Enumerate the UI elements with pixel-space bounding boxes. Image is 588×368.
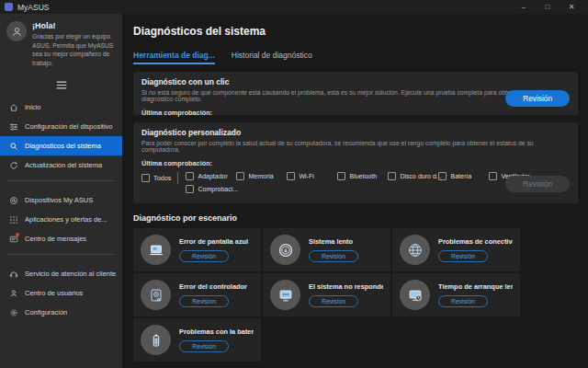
scenario-card: Sistema lento Revisión [263,228,390,271]
sidebar-item-configuracion-dispositivo[interactable]: Configuración del dispositivo [0,117,122,136]
myasus-logo-icon [5,3,13,11]
menu-toggle-button[interactable] [0,67,122,94]
checkbox-box[interactable] [287,172,295,180]
person-icon [11,26,23,38]
one-click-review-button[interactable]: Revisión [505,90,570,107]
custom-description: Para poder conocer por completo la salud… [141,140,570,153]
settings-icon [8,307,18,317]
checkbox-box[interactable] [388,172,396,180]
sidebar-item-label: Diagnósticos del sistema [25,142,101,150]
greeting-message: Gracias por elegir un equipo ASUS. Permi… [32,32,116,67]
maximize-button[interactable]: □ [536,0,560,14]
sidebar-item-label: Servicio de atención al cliente [25,270,116,278]
component-checkbox[interactable]: Adaptador [186,172,236,180]
scenario-review-button[interactable]: Revisión [179,340,229,352]
one-click-last-check-label: Última comprobación: [141,109,570,117]
scenario-card: Problemas de conectivid... Revisión [392,228,520,271]
component-checkbox[interactable]: Disco duro d... [388,172,438,180]
component-checkbox[interactable]: Memoria [236,172,287,180]
scenario-review-button[interactable]: Revisión [438,250,488,262]
sidebar-item-diagnosticos-sistema[interactable]: Diagnósticos del sistema [0,136,122,155]
window-controls: – □ ✕ [512,0,583,14]
scenario-review-button[interactable]: Revisión [309,295,358,307]
scenario-review-button[interactable]: Revisión [309,250,358,262]
greeting-title: ¡Hola! [32,21,116,30]
sidebar-nav-primary: Inicio Configuración del dispositivo Dia… [0,98,122,175]
scenario-review-button[interactable]: Revisión [179,250,229,262]
checkbox-label: Comprobaci... [198,186,238,192]
sidebar-item-label: Configuración [25,308,67,316]
user-greeting[interactable]: ¡Hola! Gracias por elegir un equipo ASUS… [0,21,122,67]
checkbox-todos[interactable]: Todos [141,172,178,184]
main-content: Diagnósticos del sistema Herramienta de … [122,14,588,368]
user-icon [8,288,18,298]
sidebar-item-actualizacion-sistema[interactable]: Actualización del sistema [0,155,122,175]
checkbox-box[interactable] [236,172,244,180]
sidebar-item-label: Aplicaciones y ofertas de... [25,215,107,224]
scenario-label: Error de pantalla azul [179,237,248,246]
battery-icon [141,325,171,355]
checkbox-box[interactable] [438,172,447,180]
checkbox-label: Batería [450,173,471,179]
tab-diagnostic-history[interactable]: Historial de diagnóstico [232,51,312,64]
bluescreen-icon [141,235,171,265]
sidebar-item-inicio[interactable]: Inicio [0,98,122,117]
monitor-clock-icon [400,280,430,310]
sidebar-item-label: Centro de mensajes [25,235,86,243]
component-checkbox[interactable]: Wi-Fi [287,172,337,180]
checkbox-box[interactable] [186,185,194,193]
sidebar-item-dispositivos-myasus[interactable]: Dispositivos My ASUS [0,190,122,210]
minimize-button[interactable]: – [512,0,536,14]
checkbox-box[interactable] [186,172,194,180]
support-icon [8,269,18,279]
checkbox-label: Bluetooth [349,173,377,179]
sidebar-item-label: Inicio [25,103,41,111]
tab-diagnostic-tool[interactable]: Herramienta de diag... [133,51,215,64]
component-checkbox[interactable]: Batería [438,172,489,180]
speedometer-icon [270,235,300,265]
custom-review-button-disabled[interactable]: Revisión [505,176,570,192]
custom-diagnostic-card: Diagnóstico personalizado Para poder con… [133,122,578,203]
scenario-card: El sistema no responde Revisión [263,273,390,316]
sidebar-divider [7,254,115,255]
apps-icon [8,214,18,224]
sidebar-item-label: Actualización del sistema [25,161,102,169]
sidebar-nav-bottom: Servicio de atención al cliente Centro d… [0,264,122,322]
device-config-icon [8,121,18,132]
scenario-card: Error de pantalla azul Revisión [133,228,261,271]
sidebar-nav-secondary: Dispositivos My ASUS Aplicaciones y ofer… [0,190,122,248]
scenario-card: Tiempo de arranque lento Revisión [392,273,520,316]
sidebar-item-centro-mensajes[interactable]: Centro de mensajes [0,229,122,248]
scenario-label: Sistema lento [309,237,358,246]
diagnostics-icon [8,141,18,151]
home-icon [8,102,18,112]
close-button[interactable]: ✕ [560,0,583,14]
scenario-label: Error del controlador [179,282,247,291]
tab-bar: Herramienta de diag... Historial de diag… [133,51,578,64]
sidebar-item-label: Centro de usuarios [25,289,83,297]
scenario-label: Problemas de conectivid... [438,237,513,246]
checkbox-box[interactable] [141,174,150,182]
devices-icon [8,195,18,205]
scenario-label: Problemas con la batería [179,328,254,336]
sidebar-item-atencion-cliente[interactable]: Servicio de atención al cliente [0,264,122,283]
sidebar-item-aplicaciones-ofertas[interactable]: Aplicaciones y ofertas de... [0,210,122,229]
scenario-label: Tiempo de arranque lento [438,282,513,291]
scenario-grid: Error de pantalla azul Revisión Sistema … [133,228,578,362]
checkbox-box[interactable] [489,172,497,180]
sidebar-divider [7,180,115,181]
one-click-title: Diagnóstico con un clic [141,77,570,86]
scenario-review-button[interactable]: Revisión [179,295,229,307]
avatar[interactable] [6,21,27,41]
scenario-label: El sistema no responde [309,282,383,291]
component-checkbox[interactable]: Comprobaci... [186,185,236,193]
scenario-review-button[interactable]: Revisión [438,295,488,307]
sidebar-item-label: Configuración del dispositivo [25,122,112,131]
component-checkbox[interactable]: Bluetooth [337,172,388,180]
sidebar-item-configuracion[interactable]: Configuración [0,303,122,322]
monitor-dots-icon [270,280,300,310]
sidebar-item-centro-usuarios[interactable]: Centro de usuarios [0,283,122,303]
custom-title: Diagnóstico personalizado [141,128,570,137]
checkbox-box[interactable] [337,172,345,180]
sidebar: ¡Hola! Gracias por elegir un equipo ASUS… [0,14,122,368]
